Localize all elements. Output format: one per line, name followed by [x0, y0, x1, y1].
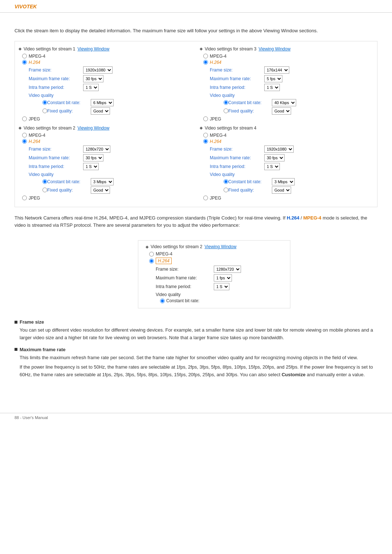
brand-title: VIVOTEK [15, 4, 37, 9]
mid-separator: / [299, 215, 303, 221]
stream2-jpeg-radio[interactable] [22, 196, 27, 200]
stream1-fq-radio[interactable] [42, 108, 47, 113]
stream4-cbr-radio[interactable] [224, 179, 228, 184]
stream4-title: ◆ Video settings for stream 4 [200, 126, 373, 131]
stream2d-cbr-label: Constant bit rate: [166, 298, 199, 303]
stream1-frame-rate-select[interactable]: 30 fps [83, 75, 103, 82]
stream3-cbr-select[interactable]: 40 Kbps [272, 99, 296, 106]
stream3-fq-select[interactable]: Good [272, 107, 291, 115]
stream1-h264-option[interactable]: H.264 [22, 60, 192, 65]
stream4-h264-option[interactable]: H.264 [203, 139, 373, 144]
stream2-mpeg4-option[interactable]: MPEG-4 [22, 133, 192, 138]
stream4-fq-radio[interactable] [224, 188, 228, 192]
stream2d-mpeg4-option[interactable]: MPEG-4 [149, 251, 283, 257]
stream3-jpeg-label: JPEG [210, 116, 221, 122]
stream3-intra-value: 1 S [264, 84, 280, 91]
mpeg4-link[interactable]: MPEG-4 [303, 215, 321, 221]
stream3-cbr-radio[interactable] [224, 100, 228, 105]
stream1-intra-select[interactable]: 1 S [83, 84, 99, 91]
stream2-viewing-window-link[interactable]: Viewing Window [78, 126, 110, 131]
stream2-demo-viewing-window-link[interactable]: Viewing Window [205, 244, 237, 249]
stream1-viewing-window-link[interactable]: Viewing Window [78, 46, 110, 52]
stream3-h264-radio[interactable] [203, 60, 208, 65]
stream2d-frame-size-label: Frame size: [156, 267, 214, 272]
stream2d-intra-label: Intra frame period: [156, 284, 214, 289]
stream2-fq-radio[interactable] [42, 188, 47, 192]
frame-size-body: You can set up different video resolutio… [20, 327, 377, 342]
stream1-jpeg-option[interactable]: JPEG [22, 116, 192, 122]
stream4-h264-radio[interactable] [203, 139, 208, 144]
max-frame-rate-body1: This limits the maximum refresh frame ra… [20, 354, 377, 362]
stream4-mpeg4-label: MPEG-4 [210, 133, 226, 138]
stream2-vq-label: Video quality [29, 172, 192, 177]
stream3-vq-label: Video quality [210, 93, 373, 98]
stream1-h264-radio[interactable] [22, 60, 27, 65]
stream2-jpeg-option[interactable]: JPEG [22, 196, 192, 201]
stream1-jpeg-radio[interactable] [22, 116, 27, 121]
stream3-mpeg4-option[interactable]: MPEG-4 [203, 54, 373, 59]
stream2d-frame-size-value: 1280x720 [214, 266, 241, 273]
stream1-jpeg-label: JPEG [29, 116, 40, 122]
stream2-h264-option[interactable]: H.264 [22, 139, 192, 144]
stream2d-h264-option[interactable]: H.264 [149, 258, 283, 264]
stream4-mpeg4-radio[interactable] [203, 133, 208, 138]
stream3-fq-radio[interactable] [224, 108, 228, 113]
stream4-mpeg4-option[interactable]: MPEG-4 [203, 133, 373, 138]
stream3-frame-rate-select[interactable]: 5 fps [264, 75, 282, 82]
stream1-cbr-radio[interactable] [42, 100, 47, 105]
stream1-cbr-select[interactable]: 6 Mbps [91, 99, 114, 106]
stream1-label: Video settings for stream 1 [24, 46, 75, 52]
mid-section: This Network Camera offers real-time H.2… [15, 214, 377, 230]
stream2-frame-size-label: Frame size: [29, 147, 83, 152]
stream3-intra-row: Intra frame period: 1 S [210, 84, 373, 91]
stream3-h264-option[interactable]: H.264 [203, 60, 373, 65]
stream4-frame-size-select[interactable]: 1920x1080 [264, 145, 294, 153]
stream4-jpeg-radio[interactable] [203, 196, 208, 200]
stream1-cbr-label: Constant bit rate: [47, 100, 91, 105]
stream3-frame-rate-value: 5 fps [264, 75, 282, 82]
stream1-settings: Frame size: 1920x1080 Maximum frame rate… [29, 66, 192, 115]
stream2d-mpeg4-radio[interactable] [149, 252, 154, 257]
stream2-cbr-select[interactable]: 3 Mbps [91, 178, 114, 185]
stream3-frame-size-select[interactable]: 176x144 [264, 66, 289, 74]
stream1-cbr-row: Constant bit rate: 6 Mbps [42, 99, 192, 106]
stream2-cbr-radio[interactable] [42, 179, 47, 184]
stream3-h264-label: H.264 [210, 60, 221, 65]
stream2d-cbr-radio[interactable] [160, 299, 165, 303]
h264-link[interactable]: H.264 [287, 215, 299, 221]
stream2-frame-rate-value: 30 fps [83, 154, 103, 161]
stream2-intra-select[interactable]: 1 S [83, 163, 99, 170]
stream2d-frame-size-select[interactable]: 1280x720 [214, 266, 241, 273]
stream4-settings: Frame size: 1920x1080 Maximum frame rate… [210, 145, 373, 194]
stream4-intra-select[interactable]: 1 S [264, 163, 280, 170]
stream2d-frame-rate-label: Maximum frame rate: [156, 275, 214, 280]
stream4-jpeg-option[interactable]: JPEG [203, 196, 373, 201]
stream2-frame-size-select[interactable]: 1280x720 [83, 145, 110, 153]
stream1-fq-select[interactable]: Good [91, 107, 110, 115]
stream3-jpeg-option[interactable]: JPEG [203, 116, 373, 122]
stream3-jpeg-radio[interactable] [203, 116, 208, 121]
stream2-frame-rate-select[interactable]: 30 fps [83, 154, 103, 161]
stream2-mpeg4-radio[interactable] [22, 133, 27, 138]
stream2d-frame-rate-select[interactable]: 1 fps [214, 274, 232, 282]
stream4-fq-select[interactable]: Good [272, 186, 291, 194]
stream2-h264-radio[interactable] [22, 139, 27, 144]
stream3-frame-size-row: Frame size: 176x144 [210, 66, 373, 74]
stream1-mpeg4-radio[interactable] [22, 54, 27, 58]
stream4-frame-rate-select[interactable]: 30 fps [264, 154, 285, 161]
stream2-intra-row: Intra frame period: 1 S [29, 163, 192, 170]
max-frame-rate-title-text: Maximum frame rate [20, 347, 65, 352]
stream2d-h264-radio[interactable] [149, 259, 154, 263]
stream3-mpeg4-radio[interactable] [203, 54, 208, 58]
stream3-settings: Frame size: 176x144 Maximum frame rate: … [210, 66, 373, 115]
stream2d-intra-select[interactable]: 1 S [214, 283, 229, 290]
stream1-mpeg4-option[interactable]: MPEG-4 [22, 54, 192, 59]
stream1-frame-rate-value: 30 fps [83, 75, 103, 82]
stream2d-intra-row: Intra frame period: 1 S [156, 283, 283, 290]
stream3-intra-label: Intra frame period: [210, 85, 264, 90]
stream2-fq-select[interactable]: Good [91, 186, 110, 194]
stream3-viewing-window-link[interactable]: Viewing Window [259, 46, 291, 52]
stream3-intra-select[interactable]: 1 S [264, 84, 280, 91]
stream4-cbr-select[interactable]: 3 Mbps [272, 178, 295, 185]
stream1-frame-size-select[interactable]: 1920x1080 [83, 66, 113, 74]
